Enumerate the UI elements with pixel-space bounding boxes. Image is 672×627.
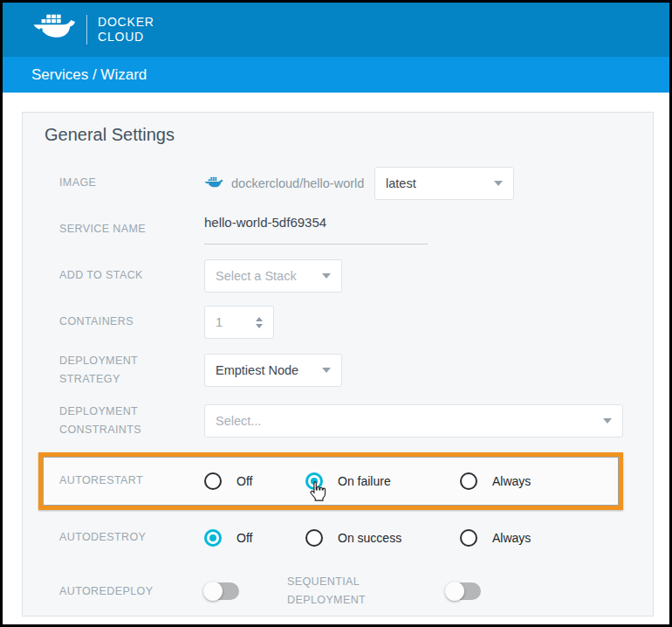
stack-select-placeholder: Select a Stack [216,269,297,283]
breadcrumb[interactable]: Services / Wizard [31,66,147,84]
add-to-stack-row: ADD TO STACK Select a Stack [59,259,621,293]
autodestroy-on-success-label[interactable]: On success [338,531,401,545]
service-name-row: SERVICE NAME hello-world-5df69354 [59,213,621,246]
image-label: IMAGE [59,174,204,192]
brand-name: DOCKER CLOUD [98,15,154,45]
chevron-down-icon [603,418,612,424]
image-tag-select[interactable]: latest [374,167,514,200]
brand-separator [86,15,87,45]
autodestroy-always-label[interactable]: Always [492,531,531,545]
service-name-label: SERVICE NAME [59,220,204,238]
autodestroy-on-success-radio[interactable] [305,529,323,547]
containers-value: 1 [216,315,223,329]
app-window: DOCKER CLOUD Services / Wizard General S… [0,0,672,627]
autodestroy-off-label[interactable]: Off [237,531,252,545]
autodestroy-row: AUTODESTROY Off On success Always [59,521,621,555]
chevron-down-icon [322,273,331,279]
containers-row: CONTAINERS 1 [59,306,621,339]
deployment-constraints-label: DEPLOYMENT CONSTRAINTS [59,403,204,440]
hand-cursor-icon [307,480,326,502]
autorestart-off-radio[interactable] [204,472,222,490]
toggle-knob [203,582,223,601]
containers-stepper[interactable]: 1 [204,306,274,339]
autoredeploy-label: AUTOREDEPLOY [59,582,204,601]
page-title: General Settings [45,125,621,145]
deployment-constraints-placeholder: Select... [216,414,261,428]
deployment-strategy-select[interactable]: Emptiest Node [204,354,342,387]
autorestart-highlight-annotation: AUTORESTART Off On failure Always [38,452,623,510]
toggle-knob [445,582,464,601]
image-repository: dockercloud/hello-world [204,176,374,191]
chevron-down-icon [494,181,503,186]
image-row: IMAGE dockercloud/hello-world latest [59,167,621,200]
autorestart-label: AUTORESTART [59,472,204,490]
autorestart-row: AUTORESTART Off On failure Always [59,465,619,498]
deployment-strategy-row: DEPLOYMENT STRATEGY Emptiest Node [59,352,621,389]
deployment-constraints-select[interactable]: Select... [204,404,623,438]
general-settings-card: General Settings IMAGE dockercloud/hello… [22,112,654,617]
service-name-input[interactable]: hello-world-5df69354 [204,215,428,245]
brand[interactable]: DOCKER CLOUD [32,13,154,46]
autorestart-on-failure-label[interactable]: On failure [338,474,391,488]
autodestroy-label: AUTODESTROY [59,528,204,547]
service-name-value: hello-world-5df69354 [204,215,326,230]
autorestart-always-label[interactable]: Always [492,474,531,488]
autorestart-always-radio[interactable] [460,472,477,490]
image-repository-name: dockercloud/hello-world [231,176,364,190]
autoredeploy-toggle[interactable] [204,582,239,600]
breadcrumb-bar: Services / Wizard [3,57,669,93]
autodestroy-always-radio[interactable] [460,529,477,547]
add-to-stack-label: ADD TO STACK [59,266,204,285]
top-header-bar: DOCKER CLOUD [3,3,669,57]
docker-whale-icon [32,13,76,46]
chevron-down-icon [322,368,331,373]
stack-select[interactable]: Select a Stack [204,259,342,293]
deployment-constraints-row: DEPLOYMENT CONSTRAINTS Select... [59,403,621,440]
stepper-arrows[interactable] [256,317,263,328]
docker-whale-small-icon [204,176,223,191]
sequential-deployment-toggle[interactable] [446,582,481,600]
deployment-strategy-label: DEPLOYMENT STRATEGY [59,352,204,389]
stepper-up-icon[interactable] [256,317,263,321]
containers-label: CONTAINERS [59,313,204,331]
autoredeploy-row: AUTOREDEPLOY SEQUENTIAL DEPLOYMENT [59,573,621,610]
stepper-down-icon[interactable] [256,324,263,328]
autorestart-off-label[interactable]: Off [237,474,252,488]
image-tag-value: latest [386,176,416,190]
sequential-deployment-label: SEQUENTIAL DEPLOYMENT [287,573,392,610]
deployment-strategy-value: Emptiest Node [216,363,298,377]
autodestroy-off-radio[interactable] [204,529,222,547]
